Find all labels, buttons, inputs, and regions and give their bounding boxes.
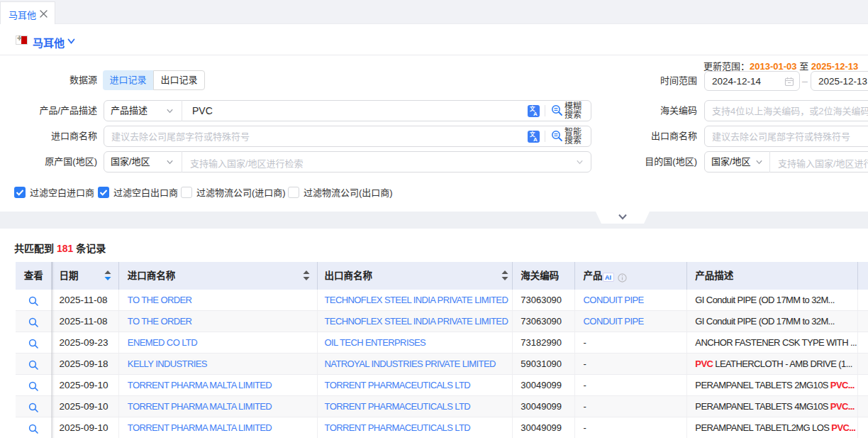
- svg-text:A: A: [533, 136, 538, 142]
- svg-text:A: A: [533, 110, 538, 116]
